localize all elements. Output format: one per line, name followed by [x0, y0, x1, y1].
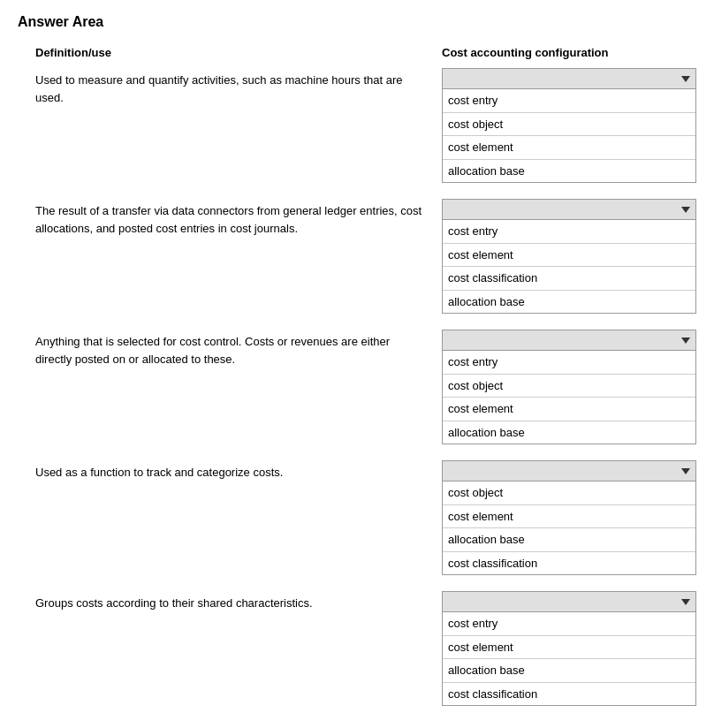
dropdown-option-5-2[interactable]: cost element [443, 636, 695, 660]
dropdown-2: cost entrycost elementcost classificatio… [442, 199, 696, 314]
definition-header: Definition/use [35, 46, 442, 59]
dropdown-options-1: cost entrycost objectcost elementallocat… [442, 89, 696, 183]
dropdown-4: cost objectcost elementallocation baseco… [442, 460, 696, 575]
column-headers: Definition/use Cost accounting configura… [18, 46, 696, 59]
dropdown-option-4-2[interactable]: cost element [443, 505, 695, 529]
dropdown-header-4[interactable] [442, 460, 696, 482]
dropdown-header-3[interactable] [442, 330, 696, 351]
dropdown-option-1-3[interactable]: cost element [443, 136, 695, 160]
qa-row-2: The result of a transfer via data connec… [18, 199, 696, 314]
dropdown-option-3-2[interactable]: cost object [443, 375, 695, 398]
dropdown-option-1-2[interactable]: cost object [443, 113, 695, 137]
dropdown-options-4: cost objectcost elementallocation baseco… [442, 482, 696, 575]
chevron-down-icon-1 [681, 76, 690, 82]
definition-text-5: Groups costs according to their shared c… [35, 591, 442, 612]
chevron-down-icon-2 [681, 207, 690, 213]
qa-rows: Used to measure and quantify activities,… [18, 68, 696, 706]
dropdown-option-2-4[interactable]: allocation base [443, 291, 695, 314]
chevron-down-icon-5 [681, 599, 690, 605]
dropdown-option-2-3[interactable]: cost classification [443, 267, 695, 291]
definition-text-3: Anything that is selected for cost contr… [35, 330, 442, 368]
dropdown-options-2: cost entrycost elementcost classificatio… [442, 220, 696, 314]
definition-text-4: Used as a function to track and categori… [35, 460, 442, 482]
dropdown-3: cost entrycost objectcost elementallocat… [442, 330, 696, 444]
qa-row-1: Used to measure and quantify activities,… [18, 68, 696, 183]
dropdown-option-1-1[interactable]: cost entry [443, 89, 695, 113]
dropdown-option-5-1[interactable]: cost entry [443, 612, 695, 636]
dropdown-options-5: cost entrycost elementallocation basecos… [442, 612, 696, 706]
dropdown-option-4-3[interactable]: allocation base [443, 528, 695, 552]
dropdown-header-2[interactable] [442, 199, 696, 220]
chevron-down-icon-3 [681, 337, 690, 344]
dropdown-header-1[interactable] [442, 68, 696, 89]
dropdown-option-2-1[interactable]: cost entry [443, 220, 695, 244]
dropdown-1: cost entrycost objectcost elementallocat… [442, 68, 696, 183]
dropdown-5: cost entrycost elementallocation basecos… [442, 591, 696, 706]
dropdown-options-3: cost entrycost objectcost elementallocat… [442, 351, 696, 444]
config-header: Cost accounting configuration [442, 46, 696, 59]
qa-row-5: Groups costs according to their shared c… [18, 591, 696, 706]
qa-row-3: Anything that is selected for cost contr… [18, 330, 696, 444]
definition-text-1: Used to measure and quantify activities,… [35, 68, 442, 106]
dropdown-header-5[interactable] [442, 591, 696, 612]
dropdown-option-1-4[interactable]: allocation base [443, 160, 695, 183]
qa-row-4: Used as a function to track and categori… [18, 460, 696, 575]
dropdown-option-2-2[interactable]: cost element [443, 244, 695, 268]
dropdown-option-4-1[interactable]: cost object [443, 482, 695, 505]
chevron-down-icon-4 [681, 468, 690, 474]
dropdown-option-3-3[interactable]: cost element [443, 398, 695, 421]
dropdown-option-4-4[interactable]: cost classification [443, 552, 695, 575]
dropdown-option-5-4[interactable]: cost classification [443, 683, 695, 706]
definition-text-2: The result of a transfer via data connec… [35, 199, 442, 237]
dropdown-option-3-4[interactable]: allocation base [443, 421, 695, 444]
dropdown-option-3-1[interactable]: cost entry [443, 351, 695, 375]
dropdown-option-5-3[interactable]: allocation base [443, 659, 695, 683]
page-title: Answer Area [18, 14, 696, 30]
